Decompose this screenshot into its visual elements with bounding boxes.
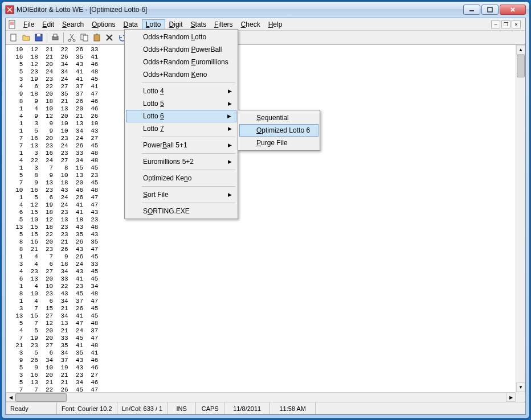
open-file-icon[interactable] xyxy=(21,32,32,43)
text-area[interactable]: 10 12 21 22 26 33 16 18 21 26 35 41 5 12… xyxy=(6,45,525,402)
svg-rect-2 xyxy=(488,7,492,12)
statusbar: Ready Font: Courier 10.2 Ln/Col: 633 / 1… xyxy=(6,402,525,414)
status-ready: Ready xyxy=(6,402,57,414)
menu-file[interactable]: File xyxy=(19,19,38,30)
save-icon[interactable] xyxy=(33,32,44,43)
svg-rect-14 xyxy=(96,34,98,35)
scroll-thumb[interactable] xyxy=(15,393,67,402)
app-icon xyxy=(5,5,14,14)
paste-icon[interactable] xyxy=(91,32,103,43)
menu-lotto7[interactable]: Lotto 7▶ xyxy=(126,122,236,135)
toolbar: A xyxy=(6,31,525,44)
menu-search[interactable]: Search xyxy=(58,19,88,30)
menu-separator xyxy=(142,137,235,137)
mdi-restore-button[interactable]: ❐ xyxy=(501,20,510,28)
svg-point-10 xyxy=(73,39,75,42)
menu-lotto6[interactable]: Lotto 6▶ xyxy=(126,110,236,122)
status-font: Font: Courier 10.2 xyxy=(57,402,117,414)
menu-digit[interactable]: Digit xyxy=(165,19,187,30)
menu-odds-random-keno[interactable]: Odds+Random Keno xyxy=(126,68,236,81)
menubar: File Edit Search Options Data Lotto Digi… xyxy=(6,18,525,31)
maximize-button[interactable] xyxy=(481,5,499,15)
minimize-button[interactable] xyxy=(463,5,480,15)
menu-separator xyxy=(142,170,235,170)
copy-icon[interactable] xyxy=(79,32,90,43)
menu-sorting-exe[interactable]: SORTING.EXE xyxy=(126,205,236,217)
menu-euromillions[interactable]: Euromillions 5+2▶ xyxy=(126,155,236,168)
delete-icon[interactable] xyxy=(104,32,115,43)
editor-content: 10 12 21 22 26 33 16 18 21 26 35 41 5 12… xyxy=(6,44,525,402)
mdi-doc-icon xyxy=(8,20,17,29)
submenu-purge-file[interactable]: Purge File xyxy=(239,137,318,149)
print-icon[interactable] xyxy=(50,32,61,43)
menu-sort-file[interactable]: Sort File▶ xyxy=(126,188,236,201)
submenu-sequential[interactable]: Sequential xyxy=(239,112,318,124)
svg-point-9 xyxy=(68,39,71,42)
mdi-minimize-button[interactable]: – xyxy=(491,20,500,28)
menu-powerball[interactable]: PowerBall 5+1▶ xyxy=(126,139,236,151)
menu-lotto[interactable]: Lotto xyxy=(142,19,165,30)
menu-odds-random-lotto[interactable]: Odds+Random Lotto xyxy=(126,31,236,43)
toolbar-separator xyxy=(47,32,47,43)
new-file-icon[interactable] xyxy=(8,32,19,43)
scroll-thumb[interactable] xyxy=(517,55,525,77)
menu-separator xyxy=(142,203,235,203)
toolbar-separator xyxy=(63,32,64,43)
submenu-optimized-lotto6[interactable]: Optimized Lotto 6 xyxy=(239,124,318,137)
scroll-right-icon[interactable]: ▶ xyxy=(506,393,516,402)
status-caps: CAPS xyxy=(196,402,224,414)
status-ins: INS xyxy=(168,402,196,414)
menu-odds-random-euromillions[interactable]: Odds+Random Euromillions xyxy=(126,56,236,68)
lotto-dropdown: Odds+Random Lotto Odds+Random PowerBall … xyxy=(124,29,238,219)
svg-rect-6 xyxy=(37,34,40,36)
menu-separator xyxy=(142,186,235,187)
svg-rect-4 xyxy=(11,34,16,41)
menu-stats[interactable]: Stats xyxy=(187,19,210,30)
cut-icon[interactable] xyxy=(66,32,77,43)
menu-lotto5[interactable]: Lotto 5▶ xyxy=(126,97,236,110)
menu-odds-random-powerball[interactable]: Odds+Random PowerBall xyxy=(126,43,236,56)
menu-help[interactable]: Help xyxy=(264,19,287,30)
mdi-close-button[interactable]: × xyxy=(512,20,521,28)
scroll-down-icon[interactable]: ▼ xyxy=(516,382,525,392)
status-date: 11/8/2011 xyxy=(224,402,270,414)
menu-separator xyxy=(142,83,235,83)
scroll-up-icon[interactable]: ▲ xyxy=(516,45,525,55)
lotto6-submenu: Sequential Optimized Lotto 6 Purge File xyxy=(238,110,320,151)
menu-edit[interactable]: Edit xyxy=(38,19,58,30)
menu-data[interactable]: Data xyxy=(119,19,141,30)
svg-rect-13 xyxy=(94,35,100,41)
menu-lotto4[interactable]: Lotto 4▶ xyxy=(126,85,236,97)
scroll-left-icon[interactable]: ◀ xyxy=(6,393,15,402)
window-title: MDIEditor & Lotto WE - [Optimized Lotto-… xyxy=(17,6,463,14)
svg-rect-12 xyxy=(83,35,88,41)
status-lncol: Ln/Col: 633 / 1 xyxy=(117,402,168,414)
close-button[interactable] xyxy=(500,5,526,15)
vertical-scrollbar[interactable]: ▲ ▼ xyxy=(516,45,525,392)
titlebar: MDIEditor & Lotto WE - [Optimized Lotto-… xyxy=(2,2,529,18)
horizontal-scrollbar[interactable]: ◀ ▶ xyxy=(6,392,516,402)
menu-filters[interactable]: Filters xyxy=(210,19,237,30)
menu-separator xyxy=(142,153,235,154)
svg-rect-8 xyxy=(54,34,57,37)
scroll-corner xyxy=(516,392,525,402)
status-time: 11:58 AM xyxy=(270,402,316,414)
menu-optimized-keno[interactable]: Optimized Keno xyxy=(126,172,236,184)
menu-check[interactable]: Check xyxy=(237,19,264,30)
menu-options[interactable]: Options xyxy=(88,19,119,30)
